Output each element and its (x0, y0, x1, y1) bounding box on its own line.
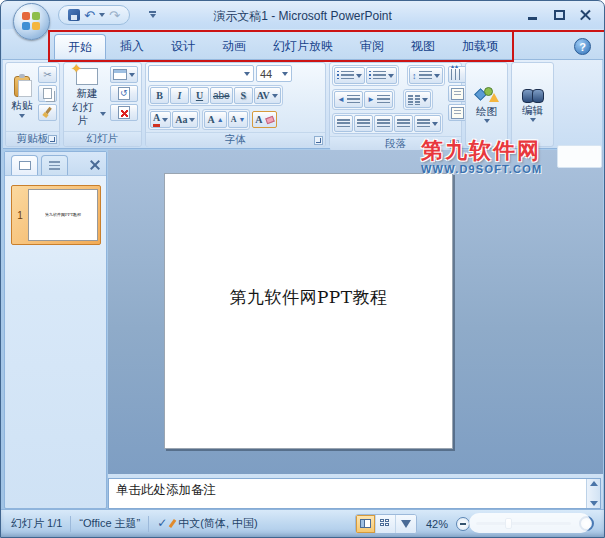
text-shadow-button[interactable]: S (234, 87, 253, 104)
zoom-out-icon[interactable] (456, 517, 470, 531)
title-bar: ↶ ↷ 演示文稿1 - Microsoft PowerPoint (1, 1, 604, 29)
slide-canvas[interactable]: 第九软件网PPT教程 (164, 173, 453, 449)
delete-slide-button[interactable] (110, 104, 138, 121)
slides-tab-icon (19, 161, 31, 170)
office-button[interactable] (13, 3, 50, 40)
font-size-combobox[interactable]: 44 (256, 65, 292, 82)
new-slide-button[interactable]: ✦ 新建 幻灯片 (66, 65, 108, 129)
ribbon: 粘贴 ✂ 剪贴板 ✦ 新建 幻灯片 (3, 60, 602, 149)
spellcheck-icon[interactable]: ✓ (157, 517, 172, 530)
numbering-button[interactable] (366, 67, 397, 84)
character-spacing-button[interactable]: AV (254, 87, 281, 104)
tab-addins[interactable]: 加载项 (449, 34, 511, 59)
strikethrough-button[interactable]: abe (210, 87, 233, 104)
zoom-slider-thumb[interactable] (505, 518, 512, 529)
align-left-icon (337, 119, 350, 129)
status-bar: 幻灯片 1/1 “Office 主题” ✓ 中文(简体, 中国) 42% (1, 509, 604, 537)
font-name-combobox[interactable] (148, 65, 254, 82)
clipboard-dialog-launcher-icon[interactable] (48, 135, 57, 144)
slide-thumbnail: 第九软件网PPT教程 (28, 189, 98, 241)
align-center-button[interactable] (354, 115, 373, 132)
justify-button[interactable] (394, 115, 413, 132)
justify-icon (397, 119, 410, 129)
font-dialog-launcher-icon[interactable] (314, 136, 323, 145)
decrease-indent-button[interactable]: ◄ (334, 91, 363, 108)
pane-close-icon[interactable] (89, 159, 101, 171)
align-right-button[interactable] (374, 115, 393, 132)
tab-outline[interactable] (41, 155, 68, 175)
drawing-button[interactable]: 绘图 (473, 65, 501, 144)
save-icon[interactable] (68, 9, 80, 21)
change-case-button[interactable]: Aa (172, 111, 198, 128)
minimize-icon[interactable] (527, 9, 540, 21)
slides-group-label: 幻灯片 (64, 131, 141, 146)
scroll-up-icon[interactable] (590, 481, 598, 486)
window-title: 演示文稿1 - Microsoft PowerPoint (161, 8, 444, 25)
zoom-level[interactable]: 42% (426, 518, 448, 530)
tab-slides-thumbnails[interactable] (11, 155, 38, 175)
editing-button[interactable]: 编辑 (520, 65, 546, 144)
redo-icon[interactable]: ↷ (109, 9, 120, 22)
delete-icon (118, 106, 130, 119)
notes-input[interactable]: 单击此处添加备注 (109, 479, 586, 508)
align-left-button[interactable] (334, 115, 353, 132)
bullets-icon (341, 71, 354, 81)
cut-button[interactable]: ✂ (38, 66, 57, 83)
slide-thumbnail-selected[interactable]: 1 第九软件网PPT教程 (11, 185, 101, 245)
slide-sorter-button[interactable] (376, 515, 396, 533)
editing-label: 编辑 (522, 104, 543, 116)
align-right-icon (377, 119, 390, 129)
clear-formatting-button[interactable]: A (252, 111, 276, 128)
language-indicator[interactable]: 中文(简体, 中国) (178, 516, 257, 531)
notes-scrollbar[interactable] (586, 479, 600, 508)
normal-view-button[interactable] (356, 515, 376, 533)
close-icon[interactable] (579, 9, 592, 21)
tab-home[interactable]: 开始 (54, 34, 106, 59)
tab-design[interactable]: 设计 (158, 34, 208, 59)
outline-tab-icon (49, 161, 60, 170)
tab-review[interactable]: 审阅 (347, 34, 397, 59)
shrink-font-button[interactable]: A▼ (228, 111, 249, 128)
italic-button[interactable]: I (170, 87, 189, 104)
bold-button[interactable]: B (150, 87, 169, 104)
tab-slideshow[interactable]: 幻灯片放映 (260, 34, 346, 59)
copy-button[interactable] (38, 85, 57, 102)
fit-to-window-icon[interactable] (579, 516, 594, 531)
columns-button[interactable] (405, 91, 431, 108)
columns-icon (408, 95, 420, 105)
theme-name: “Office 主题” (79, 516, 140, 531)
font-group-label: 字体 (146, 132, 325, 147)
group-slides: ✦ 新建 幻灯片 幻灯片 (63, 62, 142, 147)
reset-button[interactable] (110, 85, 138, 102)
zoom-slider[interactable] (476, 522, 571, 525)
paste-button[interactable]: 粘贴 (8, 65, 36, 129)
slides-pane: 1 第九软件网PPT教程 (4, 151, 107, 509)
distribute-button[interactable] (414, 115, 441, 132)
maximize-icon[interactable] (553, 9, 566, 21)
slideshow-button[interactable] (396, 515, 416, 533)
smartart-icon (451, 107, 464, 119)
bullets-button[interactable] (334, 67, 365, 84)
underline-button[interactable]: U (190, 87, 209, 104)
format-painter-button[interactable] (38, 104, 57, 121)
new-slide-label-2: 幻灯片 (68, 101, 98, 125)
help-icon[interactable]: ? (574, 38, 591, 55)
paragraph-dialog-launcher-icon[interactable] (450, 140, 459, 149)
paste-label: 粘贴 (12, 99, 33, 111)
notes-panel: 单击此处添加备注 (108, 474, 603, 511)
reset-icon (118, 87, 130, 100)
font-color-button[interactable]: A (150, 111, 171, 128)
undo-icon[interactable]: ↶ (84, 9, 95, 22)
scroll-down-icon[interactable] (590, 501, 598, 506)
tab-insert[interactable]: 插入 (107, 34, 157, 59)
undo-dropdown-icon[interactable] (99, 13, 105, 17)
grow-font-button[interactable]: A▲ (204, 111, 226, 128)
increase-indent-button[interactable]: ► (364, 91, 393, 108)
tab-animations[interactable]: 动画 (209, 34, 259, 59)
layout-button[interactable] (110, 66, 138, 83)
customize-qat-icon[interactable] (149, 11, 156, 18)
slide-title-text[interactable]: 第九软件网PPT教程 (165, 286, 452, 309)
distribute-icon (417, 119, 430, 129)
line-spacing-button[interactable]: ↕ (409, 67, 443, 84)
tab-view[interactable]: 视图 (398, 34, 448, 59)
